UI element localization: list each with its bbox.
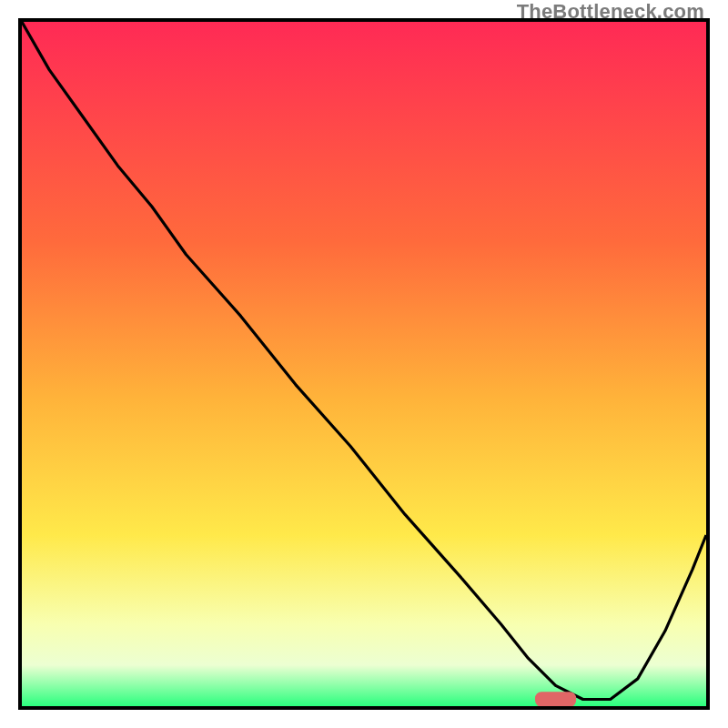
optimum-marker xyxy=(535,692,576,706)
watermark-text: TheBottleneck.com xyxy=(517,0,704,24)
chart-frame xyxy=(18,18,710,710)
chart-svg xyxy=(22,22,706,706)
gradient-bg xyxy=(22,22,706,706)
